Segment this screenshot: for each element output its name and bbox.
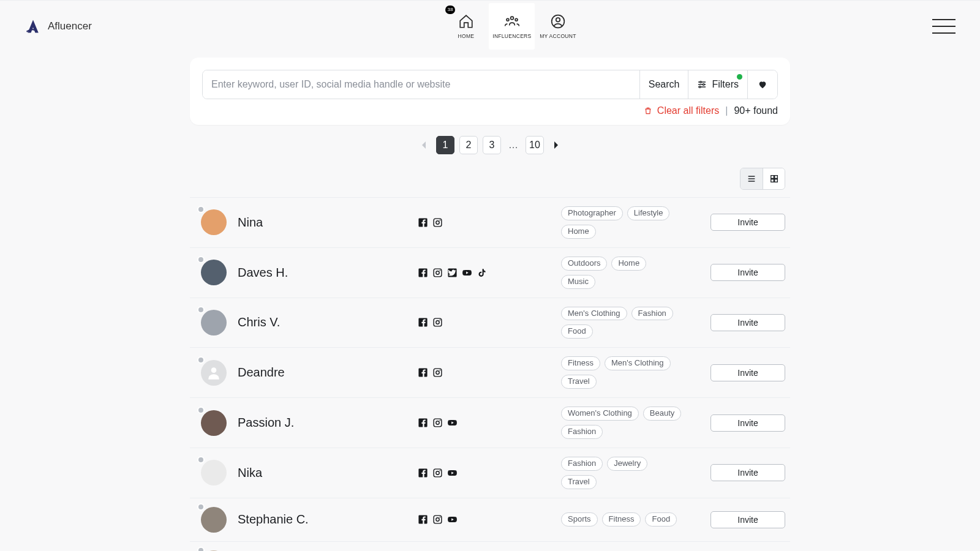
tag[interactable]: Fitness bbox=[602, 512, 641, 527]
tag[interactable]: Travel bbox=[561, 475, 597, 489]
tag[interactable]: Sports bbox=[561, 512, 598, 527]
youtube-link[interactable] bbox=[447, 418, 458, 428]
brand-name: Afluencer bbox=[48, 20, 92, 32]
tags: PhotographerLifestyleHome bbox=[561, 206, 684, 239]
facebook-link[interactable] bbox=[418, 268, 428, 278]
filters-button[interactable]: Filters bbox=[688, 70, 747, 99]
tiktok-link[interactable] bbox=[477, 268, 487, 278]
instagram-link[interactable] bbox=[432, 418, 443, 428]
facebook-link[interactable] bbox=[418, 514, 428, 525]
tag[interactable]: Men's Clothing bbox=[561, 307, 627, 321]
tag[interactable]: Home bbox=[561, 225, 596, 239]
influencer-row[interactable]: NikaFashionJewelryTravelInvite bbox=[190, 448, 790, 498]
avatar[interactable] bbox=[201, 310, 227, 335]
instagram-link[interactable] bbox=[432, 317, 443, 328]
invite-button[interactable]: Invite bbox=[710, 414, 785, 432]
brand[interactable]: Afluencer bbox=[24, 18, 92, 35]
nav-account[interactable]: MY ACCOUNT bbox=[535, 3, 581, 50]
tag[interactable]: Outdoors bbox=[561, 257, 607, 271]
tag[interactable]: Women's Clothing bbox=[561, 407, 639, 421]
instagram-link[interactable] bbox=[432, 217, 443, 228]
tag[interactable]: Fashion bbox=[561, 457, 603, 471]
youtube-icon bbox=[447, 418, 458, 428]
page-next[interactable] bbox=[549, 136, 564, 154]
invite-button[interactable]: Invite bbox=[710, 464, 785, 481]
youtube-icon bbox=[447, 514, 458, 525]
menu-button[interactable] bbox=[932, 19, 956, 34]
influencer-name[interactable]: Chris V. bbox=[238, 315, 409, 329]
influencer-name[interactable]: Passion J. bbox=[238, 416, 409, 430]
influencer-name[interactable]: Nika bbox=[238, 466, 409, 480]
status-dot-icon bbox=[197, 256, 205, 263]
influencer-name[interactable]: Stephanie C. bbox=[238, 512, 409, 527]
page-2[interactable]: 2 bbox=[459, 136, 478, 154]
invite-button[interactable]: Invite bbox=[710, 214, 785, 231]
influencer-row[interactable]: Kryss D.FitnessFoodLifestyleInvite bbox=[190, 541, 790, 551]
influencer-name[interactable]: Nina bbox=[238, 216, 409, 230]
clear-filters-link[interactable]: Clear all filters bbox=[644, 105, 719, 116]
youtube-link[interactable] bbox=[462, 268, 472, 278]
influencer-row[interactable]: DeandreFitnessMen's ClothingTravelInvite bbox=[190, 347, 790, 397]
tag[interactable]: Beauty bbox=[643, 407, 681, 421]
influencer-row[interactable]: Chris V.Men's ClothingFashionFoodInvite bbox=[190, 298, 790, 348]
tag[interactable]: Travel bbox=[561, 375, 597, 389]
search-input[interactable] bbox=[203, 70, 639, 99]
influencer-row[interactable]: NinaPhotographerLifestyleHomeInvite bbox=[190, 197, 790, 247]
page-3[interactable]: 3 bbox=[483, 136, 501, 154]
page-10[interactable]: 10 bbox=[526, 136, 544, 154]
nav-influencers[interactable]: INFLUENCERS bbox=[489, 3, 535, 50]
invite-button[interactable]: Invite bbox=[710, 364, 785, 381]
tag[interactable]: Fashion bbox=[631, 307, 673, 321]
instagram-link[interactable] bbox=[432, 514, 443, 525]
avatar[interactable] bbox=[201, 410, 227, 436]
invite-button[interactable]: Invite bbox=[710, 264, 785, 281]
tag[interactable]: Fitness bbox=[561, 356, 600, 370]
facebook-link[interactable] bbox=[418, 317, 428, 328]
search-button[interactable]: Search bbox=[639, 70, 688, 99]
svg-rect-16 bbox=[771, 179, 774, 182]
facebook-link[interactable] bbox=[418, 217, 428, 228]
tag[interactable]: Music bbox=[561, 275, 595, 289]
avatar-image bbox=[201, 360, 227, 386]
clear-filters-label: Clear all filters bbox=[657, 105, 719, 116]
instagram-link[interactable] bbox=[432, 268, 443, 278]
facebook-link[interactable] bbox=[418, 367, 428, 378]
invite-button[interactable]: Invite bbox=[710, 314, 785, 331]
nav-home[interactable]: 38 HOME bbox=[443, 3, 489, 50]
tag[interactable]: Men's Clothing bbox=[605, 356, 671, 370]
tag[interactable]: Lifestyle bbox=[627, 206, 670, 220]
avatar[interactable] bbox=[201, 360, 227, 386]
influencer-row[interactable]: Stephanie C.SportsFitnessFoodInvite bbox=[190, 498, 790, 541]
grid-view-button[interactable] bbox=[763, 168, 785, 189]
influencer-name[interactable]: Deandre bbox=[238, 365, 409, 380]
influencer-row[interactable]: Daves H.OutdoorsHomeMusicInvite bbox=[190, 247, 790, 298]
tag[interactable]: Food bbox=[561, 324, 593, 339]
instagram-link[interactable] bbox=[432, 367, 443, 378]
page-prev[interactable] bbox=[417, 136, 431, 154]
favorites-button[interactable] bbox=[747, 70, 777, 99]
social-links bbox=[418, 317, 552, 328]
influencer-row[interactable]: Passion J.Women's ClothingBeautyFashionI… bbox=[190, 397, 790, 448]
nav-influencers-label: INFLUENCERS bbox=[492, 33, 531, 39]
twitter-link[interactable] bbox=[447, 268, 458, 278]
tag[interactable]: Fashion bbox=[561, 425, 603, 439]
avatar[interactable] bbox=[201, 507, 227, 533]
influencer-name[interactable]: Daves H. bbox=[238, 266, 409, 280]
tag[interactable]: Photographer bbox=[561, 206, 623, 220]
youtube-link[interactable] bbox=[447, 514, 458, 525]
youtube-link[interactable] bbox=[447, 468, 458, 478]
avatar[interactable] bbox=[201, 209, 227, 235]
instagram-link[interactable] bbox=[432, 468, 443, 478]
tag[interactable]: Food bbox=[645, 512, 677, 527]
tag[interactable]: Jewelry bbox=[607, 457, 647, 471]
list-view-button[interactable] bbox=[741, 168, 763, 189]
invite-button[interactable]: Invite bbox=[710, 511, 785, 528]
facebook-link[interactable] bbox=[418, 418, 428, 428]
tag[interactable]: Home bbox=[611, 257, 646, 271]
avatar[interactable] bbox=[201, 460, 227, 485]
avatar[interactable] bbox=[201, 260, 227, 285]
svg-point-10 bbox=[699, 86, 701, 88]
facebook-link[interactable] bbox=[418, 468, 428, 478]
page-1[interactable]: 1 bbox=[436, 136, 454, 154]
nav-home-label: HOME bbox=[458, 33, 475, 39]
